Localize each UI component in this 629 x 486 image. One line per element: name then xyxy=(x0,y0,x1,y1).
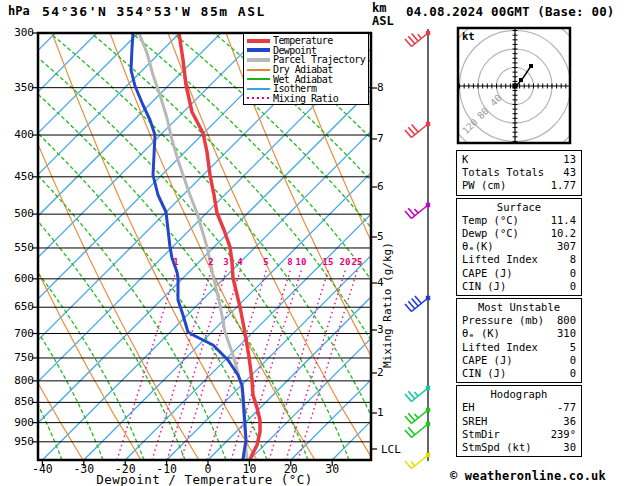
legend-swatch-thin xyxy=(247,69,270,71)
table-row-value: 0 xyxy=(570,354,576,367)
table-row-value: 8 xyxy=(570,253,576,266)
table-row-value: 239° xyxy=(551,428,576,441)
altitude-unit-asl: ASL xyxy=(372,15,394,28)
dry-adiabat-line xyxy=(574,33,629,460)
table-row-label: Lifted Index xyxy=(462,253,538,266)
altitude-tick-label: 1 xyxy=(377,406,395,419)
wind-barb-level-marker xyxy=(426,203,430,207)
lcl-marker-label: LCL xyxy=(381,443,401,456)
table-row: Dewp (°C)10.2 xyxy=(462,227,576,240)
wind-barb-level-marker xyxy=(426,422,430,426)
wind-barb-feather xyxy=(415,296,422,304)
mixing-ratio-label: 1 xyxy=(167,257,185,267)
indices-table-surface: SurfaceTemp (°C)11.4Dewp (°C)10.2θₑ(K)30… xyxy=(456,198,582,296)
wind-barb-shaft xyxy=(412,33,429,47)
table-row-value: 800 xyxy=(557,314,576,327)
wind-barb-shaft xyxy=(412,124,429,138)
wind-barb-shaft xyxy=(412,388,429,402)
table-row-label: Temp (°C) xyxy=(462,214,519,227)
wind-barb-level-marker xyxy=(426,408,430,412)
legend-label: Dry Adiabat xyxy=(273,65,333,74)
wind-barb-shaft xyxy=(412,205,429,219)
wind-barb-level-marker xyxy=(426,453,430,457)
table-row-value: 0 xyxy=(570,267,576,280)
mixing-ratio-label: 15 xyxy=(319,257,337,267)
wind-barb-feather xyxy=(412,34,419,42)
table-row: StmSpd (kt)30 xyxy=(462,441,576,454)
hodograph-trace-marker xyxy=(519,78,523,82)
table-row-value: 307 xyxy=(557,240,576,253)
table-row: EH-77 xyxy=(462,401,576,414)
station-title: 54°36'N 354°53'W 85m ASL xyxy=(42,4,266,19)
mixing-ratio-axis-title: Mixing Ratio (g/kg) xyxy=(381,218,394,368)
datetime-label: 04.08.2024 00GMT (Base: 00) xyxy=(406,4,615,19)
legend-label: Mixing Ratio xyxy=(273,94,338,103)
table-row-value: 10.2 xyxy=(551,227,576,240)
hodograph-unit-label: kt xyxy=(462,30,475,42)
wind-barb-feather xyxy=(405,130,412,138)
wind-barb-half-feather xyxy=(411,462,415,466)
wind-barb-shaft xyxy=(412,298,429,312)
pressure-tick-label: 700 xyxy=(6,327,34,341)
wind-barb-feather xyxy=(405,304,412,312)
table-row: CIN (J)0 xyxy=(462,280,576,293)
pressure-tick-label: 300 xyxy=(6,26,34,40)
table-row-label: PW (cm) xyxy=(462,179,506,192)
mixing-ratio-line xyxy=(286,268,346,460)
table-row: CAPE (J)0 xyxy=(462,267,576,280)
legend-swatch-thick xyxy=(247,39,270,43)
table-row: Totals Totals43 xyxy=(462,166,576,179)
indices-table-main: K13Totals Totals43PW (cm)1.77 xyxy=(456,150,582,196)
pressure-tick-label: 950 xyxy=(6,435,34,449)
hodograph-trace-marker xyxy=(529,64,533,68)
table-row-label: StmSpd (kt) xyxy=(462,441,532,454)
mixing-ratio-line xyxy=(298,268,358,460)
indices-table-hodograph: HodographEH-77SREH36StmDir239°StmSpd (kt… xyxy=(456,385,582,457)
table-row-value: 11.4 xyxy=(551,214,576,227)
table-row-value: 0 xyxy=(570,280,576,293)
wind-barb-feather xyxy=(405,39,412,47)
table-row-value: 13 xyxy=(563,153,576,166)
wind-barb-feather xyxy=(405,416,412,424)
legend: TemperatureDewpointParcel TrajectoryDry … xyxy=(243,33,369,105)
wind-barb-half-feather xyxy=(415,392,419,396)
legend-swatch-thin xyxy=(247,78,270,80)
wind-barb-shaft xyxy=(412,424,429,438)
pressure-unit-label: hPa xyxy=(8,4,30,18)
altitude-tick-label: 6 xyxy=(377,180,395,193)
table-row: PW (cm)1.77 xyxy=(462,179,576,192)
pressure-tick-label: 450 xyxy=(6,170,34,184)
wind-barb-level-marker xyxy=(426,31,430,35)
pressure-tick-label: 900 xyxy=(6,416,34,430)
hodograph-ring-label: 120 xyxy=(460,116,480,136)
wind-barb-feather xyxy=(408,208,415,216)
wind-barb-level-marker xyxy=(426,386,430,390)
table-row-label: θₑ (K) xyxy=(462,327,500,340)
mixing-ratio-label: 25 xyxy=(348,257,366,267)
indices-table-most-unstable: Most UnstablePressure (mb)800θₑ (K)310Li… xyxy=(456,298,582,383)
wind-barb-feather xyxy=(408,391,415,399)
table-row-value: 30 xyxy=(563,441,576,454)
pressure-tick-label: 400 xyxy=(6,128,34,142)
pressure-tick-label: 800 xyxy=(6,374,34,388)
pressure-tick-label: 550 xyxy=(6,241,34,255)
table-header: Hodograph xyxy=(462,388,576,401)
table-row: Temp (°C)11.4 xyxy=(462,214,576,227)
pressure-tick-label: 600 xyxy=(6,272,34,286)
table-row-value: 1.77 xyxy=(551,179,576,192)
table-row: θₑ (K)310 xyxy=(462,327,576,340)
mixing-ratio-label: 10 xyxy=(292,257,310,267)
legend-swatch-thick xyxy=(247,58,270,62)
wind-barb-feather xyxy=(408,127,415,135)
table-row: Lifted Index5 xyxy=(462,341,576,354)
pressure-tick-label: 850 xyxy=(6,395,34,409)
hodograph-ring-label: 80 xyxy=(475,105,491,121)
table-row-label: K xyxy=(462,153,468,166)
dry-adiabat-line xyxy=(52,33,257,460)
table-row: CAPE (J)0 xyxy=(462,354,576,367)
table-row-value: 43 xyxy=(563,166,576,179)
table-row-label: θₑ(K) xyxy=(462,240,494,253)
legend-swatch-dotted xyxy=(247,97,270,99)
mixing-ratio-label: 5 xyxy=(257,257,275,267)
table-row: θₑ(K)307 xyxy=(462,240,576,253)
